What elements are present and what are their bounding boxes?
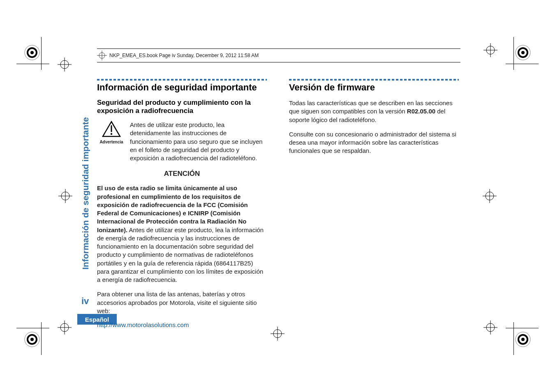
svg-point-8: [30, 338, 34, 341]
attention-rest: Antes de utilizar este producto, lea la …: [97, 226, 264, 284]
header-text: NKP_EMEA_ES.book Page iv Sunday, Decembe…: [109, 53, 259, 58]
crop-line: [41, 37, 42, 70]
crop-line: [506, 64, 539, 64]
crop-line: [16, 328, 49, 328]
content-columns: Información de seguridad importante Segu…: [97, 79, 459, 329]
page-number: iv: [81, 296, 89, 307]
fw-version: R02.05.00: [407, 108, 435, 115]
section-rule: [97, 79, 267, 81]
firmware-paragraph-1: Todas las características que se describ…: [289, 99, 459, 124]
side-tab-label: Información de seguridad importante: [81, 113, 90, 270]
firmware-paragraph-2: Consulte con su concesionario o administ…: [289, 130, 459, 155]
warning-block: Advertencia Antes de utilizar este produ…: [97, 121, 267, 162]
attention-paragraph: El uso de esta radio se limita únicament…: [97, 184, 267, 284]
attention-heading: ATENCIÓN: [97, 170, 267, 178]
registration-mark-icon: [58, 189, 72, 203]
crop-line: [16, 64, 49, 64]
registration-mark-icon: [58, 321, 72, 334]
motorola-link[interactable]: http://www.motorolasolutions.com: [97, 321, 189, 328]
registration-mark-icon: [483, 43, 497, 57]
warning-text: Antes de utilizar este producto, lea det…: [130, 121, 267, 162]
registration-mark-icon: [483, 321, 497, 334]
page-header: NKP_EMEA_ES.book Page iv Sunday, Decembe…: [97, 48, 460, 62]
registration-mark-icon: [483, 189, 497, 203]
svg-point-11: [521, 338, 525, 341]
crop-line: [513, 37, 514, 70]
svg-point-2: [30, 51, 34, 54]
accessories-paragraph: Para obtener una lista de las antenas, b…: [97, 290, 267, 315]
svg-point-5: [521, 51, 525, 54]
crop-line: [41, 322, 42, 355]
section-rule: [289, 79, 459, 81]
subhead-rf: Seguridad del producto y cumplimiento co…: [97, 99, 267, 115]
corner-mark-icon: [24, 44, 40, 61]
warning-triangle-icon: [102, 131, 121, 138]
corner-mark-icon: [515, 331, 531, 348]
page: NKP_EMEA_ES.book Page iv Sunday, Decembe…: [0, 0, 555, 392]
registration-mark-icon: [58, 58, 72, 71]
crop-line: [513, 322, 514, 355]
left-column: Información de seguridad importante Segu…: [97, 79, 267, 329]
side-tab: Información de seguridad importante: [81, 113, 94, 270]
registration-mark-icon: [97, 51, 107, 60]
corner-mark-icon: [24, 331, 40, 348]
right-column: Versión de firmware Todas las caracterís…: [289, 79, 459, 329]
corner-mark-icon: [515, 44, 531, 61]
section-title-safety: Información de seguridad importante: [97, 82, 267, 93]
warning-icon-wrap: Advertencia: [97, 121, 126, 144]
svg-point-38: [111, 133, 112, 135]
warning-label: Advertencia: [97, 140, 126, 144]
section-title-firmware: Versión de firmware: [289, 82, 459, 93]
crop-line: [506, 328, 539, 328]
registration-mark-icon: [271, 327, 284, 341]
